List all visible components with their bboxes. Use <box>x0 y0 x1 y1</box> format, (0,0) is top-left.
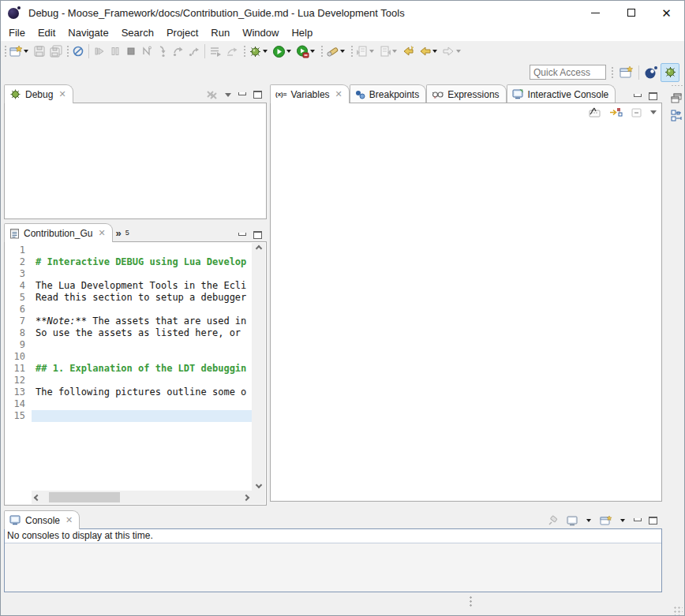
toolbar-grip[interactable] <box>66 44 69 58</box>
tab-expressions[interactable]: x Expressions <box>426 84 506 103</box>
view-menu-icon[interactable] <box>650 110 657 114</box>
run-button[interactable] <box>271 43 294 60</box>
view-menu-icon[interactable] <box>225 93 231 97</box>
menu-navigate[interactable]: Navigate <box>62 24 114 41</box>
save-button[interactable] <box>32 43 47 60</box>
toolbar-separator <box>638 65 639 80</box>
outline-view-button[interactable] <box>671 110 683 121</box>
terminate-button[interactable] <box>123 43 139 60</box>
toolbar-grip[interactable] <box>350 44 353 58</box>
tab-close-icon[interactable]: ✕ <box>66 515 73 525</box>
tab-interactive-console[interactable]: Interactive Console <box>507 84 616 103</box>
back-button[interactable] <box>417 43 440 60</box>
external-tools-button[interactable] <box>324 43 348 60</box>
window-close-button[interactable]: ✕ <box>649 1 684 24</box>
tab-close-icon[interactable]: ✕ <box>335 89 342 99</box>
pin-console-button[interactable] <box>548 515 560 526</box>
editor-line <box>32 351 252 363</box>
last-edit-location-button[interactable] <box>400 43 417 60</box>
variables-icon: (x)= <box>275 91 286 98</box>
display-console-dropdown-icon[interactable] <box>586 519 591 522</box>
window-resize-grip[interactable] <box>673 606 683 615</box>
next-annotation-button[interactable] <box>354 43 377 60</box>
use-step-filters-button[interactable] <box>208 43 224 60</box>
lua-perspective-button[interactable] <box>642 63 661 82</box>
minimize-view-button[interactable] <box>634 518 642 521</box>
forward-button[interactable] <box>440 43 464 60</box>
scrollbar-thumb[interactable] <box>49 492 120 502</box>
open-console-button[interactable] <box>600 515 612 526</box>
skip-all-breakpoints-button[interactable] <box>70 43 86 60</box>
statusbar-drag-handle[interactable] <box>470 595 472 608</box>
maximize-view-button[interactable] <box>649 517 657 525</box>
minimize-view-button[interactable] <box>238 92 246 95</box>
editor-overflow-chevron[interactable]: »5 <box>113 223 133 242</box>
show-logical-structure-button[interactable] <box>609 106 623 118</box>
menu-help[interactable]: Help <box>285 24 319 41</box>
title-bar: Debug - Moose_Framework/docs/Contributio… <box>1 1 684 24</box>
quick-access-input[interactable] <box>530 65 606 80</box>
tab-close-icon[interactable]: ✕ <box>98 228 105 238</box>
new-wizard-button[interactable] <box>8 43 32 60</box>
window-minimize-button[interactable] <box>578 1 613 24</box>
step-filters-config-button[interactable] <box>224 43 241 60</box>
suspend-button[interactable] <box>107 43 123 60</box>
open-console-dropdown-icon[interactable] <box>620 519 625 522</box>
scroll-up-arrow[interactable] <box>255 245 261 252</box>
window-maximize-button[interactable] <box>613 1 649 24</box>
toolbar-grip[interactable] <box>3 44 6 58</box>
editor-horizontal-scrollbar[interactable] <box>32 491 252 504</box>
open-perspective-button[interactable] <box>617 63 636 82</box>
run-last-launched-button[interactable] <box>294 43 318 60</box>
external-tools-icon <box>326 45 339 58</box>
debug-perspective-button[interactable] <box>661 63 679 82</box>
disconnect-button[interactable] <box>139 43 155 60</box>
step-over-button[interactable] <box>170 43 186 60</box>
collapse-all-button[interactable] <box>631 107 642 118</box>
tab-breakpoints[interactable]: Breakpoints <box>350 84 426 103</box>
console-empty-message: No consoles to display at this time. <box>5 529 661 543</box>
toolbar-grip[interactable] <box>610 65 613 80</box>
tab-console[interactable]: Console ✕ <box>4 510 80 529</box>
debug-button[interactable] <box>247 43 271 60</box>
menu-edit[interactable]: Edit <box>32 24 62 41</box>
show-type-names-button[interactable] <box>588 106 601 118</box>
variables-view-content[interactable] <box>270 103 662 502</box>
maximize-view-button[interactable] <box>253 231 262 239</box>
display-selected-console-button[interactable] <box>567 516 578 526</box>
remove-all-terminated-button[interactable] <box>206 89 218 100</box>
previous-annotation-button[interactable] <box>377 43 400 60</box>
step-into-button[interactable] <box>155 43 170 60</box>
console-content[interactable]: No consoles to display at this time. <box>4 528 662 592</box>
editor-text-area[interactable]: # Interactive DEBUG using Lua Develop Th… <box>32 243 252 491</box>
menu-window[interactable]: Window <box>236 24 285 41</box>
editor-vertical-scrollbar[interactable] <box>252 243 265 491</box>
tab-close-icon[interactable]: ✕ <box>58 89 66 99</box>
tab-editor-contribution-guide[interactable]: Contribution_Gu ✕ <box>4 223 113 242</box>
menu-search[interactable]: Search <box>115 24 160 41</box>
strip-grip[interactable] <box>671 84 683 87</box>
debug-view-content[interactable] <box>4 103 267 219</box>
minimize-view-button[interactable] <box>634 94 642 97</box>
maximize-view-button[interactable] <box>649 92 657 100</box>
step-return-button[interactable] <box>186 43 202 60</box>
toolbar-grip[interactable] <box>320 44 323 58</box>
editor-content[interactable]: 12 34 56 78 910 1112 1314 15 # Interacti… <box>4 241 267 506</box>
back-icon <box>418 45 432 58</box>
menu-project[interactable]: Project <box>160 24 204 41</box>
scroll-down-arrow[interactable] <box>255 482 261 488</box>
resume-button[interactable] <box>92 43 107 60</box>
save-all-button[interactable] <box>47 43 64 60</box>
tab-debug[interactable]: Debug ✕ <box>4 84 73 103</box>
menu-run[interactable]: Run <box>204 24 236 41</box>
restore-view-button[interactable] <box>671 93 683 103</box>
menu-file[interactable]: File <box>2 24 32 41</box>
scroll-left-arrow[interactable] <box>34 494 40 500</box>
scroll-right-arrow[interactable] <box>243 494 249 500</box>
toolbar-grip[interactable] <box>242 44 245 58</box>
tab-variables[interactable]: (x)= Variables ✕ <box>270 84 350 103</box>
editor-area: Contribution_Gu ✕ »5 12 34 56 78 910 111… <box>4 223 267 506</box>
menu-bar: File Edit Navigate Search Project Run Wi… <box>1 24 684 41</box>
minimize-view-button[interactable] <box>238 233 246 236</box>
maximize-view-button[interactable] <box>253 91 262 99</box>
